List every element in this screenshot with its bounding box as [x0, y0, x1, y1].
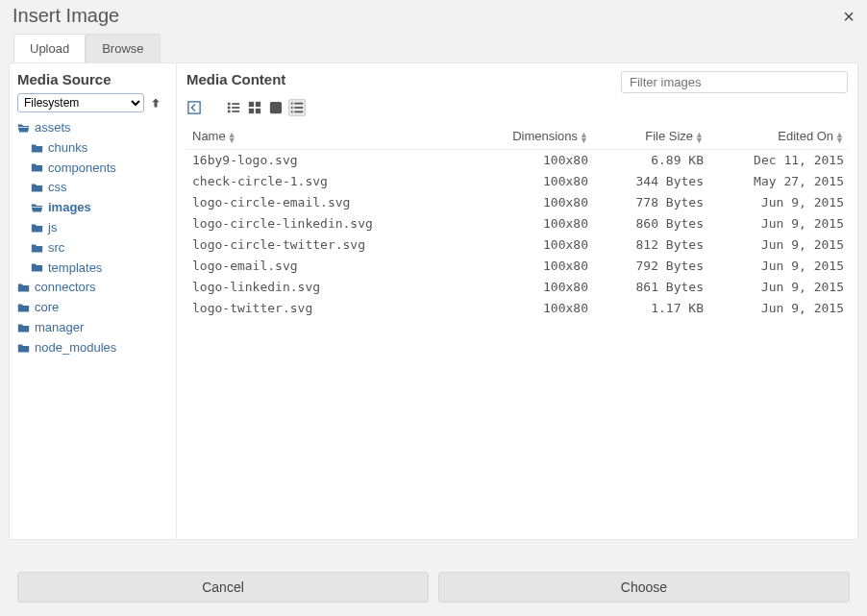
col-dim-header[interactable]: Dimensions▲▼ — [478, 126, 588, 147]
view-list-icon[interactable] — [225, 99, 242, 116]
tree-item-templates[interactable]: templates — [17, 259, 176, 279]
file-row[interactable]: logo-email.svg100x80792 BytesJun 9, 2015 — [186, 256, 848, 277]
file-row[interactable]: logo-circle-email.svg100x80778 BytesJun … — [186, 192, 848, 213]
file-dim: 100x80 — [478, 213, 588, 234]
view-grid-large-icon[interactable] — [267, 99, 285, 116]
tree-item-chunks[interactable]: chunks — [17, 138, 176, 159]
sort-icon: ▲▼ — [580, 132, 588, 143]
col-name-header[interactable]: Name▲▼ — [186, 126, 478, 147]
folder-icon — [17, 322, 30, 334]
svg-rect-10 — [256, 109, 260, 113]
tree-item-node_modules[interactable]: node_modules — [17, 338, 176, 358]
file-size: 778 Bytes — [588, 192, 704, 213]
tree-item-label: core — [35, 298, 59, 318]
folder-icon — [17, 302, 30, 314]
file-size: 860 Bytes — [588, 213, 704, 234]
svg-rect-13 — [294, 103, 303, 105]
file-row[interactable]: 16by9-logo.svg100x806.89 KBDec 11, 2015 — [186, 150, 848, 171]
svg-rect-2 — [232, 103, 239, 105]
svg-rect-6 — [232, 111, 239, 112]
tree-item-label: src — [48, 238, 64, 259]
file-row[interactable]: logo-circle-linkedin.svg100x80860 BytesJ… — [186, 213, 848, 234]
file-dim: 100x80 — [478, 171, 588, 192]
tree-item-label: chunks — [48, 138, 87, 159]
folder-icon — [31, 161, 43, 174]
collapse-tree-icon[interactable] — [186, 100, 202, 115]
level-up-icon[interactable] — [150, 97, 161, 109]
tree-item-label: templates — [48, 259, 102, 279]
source-select[interactable]: Filesystem — [17, 93, 144, 112]
svg-rect-14 — [291, 107, 293, 109]
file-row[interactable]: logo-twitter.svg100x801.17 KBJun 9, 2015 — [186, 298, 848, 319]
view-detail-icon[interactable] — [288, 99, 306, 116]
tree-item-label: node_modules — [35, 338, 116, 358]
file-size: 1.17 KB — [588, 298, 704, 319]
file-grid: Name▲▼ Dimensions▲▼ File Size▲▼ Edited O… — [186, 126, 848, 531]
folder-icon — [17, 122, 30, 135]
col-size-header[interactable]: File Size▲▼ — [588, 126, 704, 147]
file-date: May 27, 2015 — [704, 171, 848, 192]
col-date-header[interactable]: Edited On▲▼ — [704, 126, 848, 147]
svg-rect-11 — [270, 102, 282, 113]
svg-rect-3 — [228, 107, 231, 110]
insert-image-dialog: Insert Image × Upload Browse Media Sourc… — [0, 0, 867, 616]
folder-icon — [17, 342, 30, 355]
file-date: Jun 9, 2015 — [704, 256, 848, 277]
svg-rect-0 — [188, 102, 200, 113]
file-dim: 100x80 — [478, 192, 588, 213]
media-content-pane: Media Content — [177, 63, 857, 539]
media-source-pane: Media Source Filesystem assetschunkscomp… — [10, 63, 177, 539]
tree-item-label: js — [48, 218, 57, 238]
close-icon[interactable]: × — [843, 7, 855, 26]
file-row[interactable]: logo-circle-twitter.svg100x80812 BytesJu… — [186, 234, 848, 256]
tree-item-images[interactable]: images — [17, 198, 176, 218]
file-name: check-circle-1.svg — [186, 171, 478, 192]
file-name: logo-email.svg — [186, 256, 478, 277]
file-name: logo-circle-twitter.svg — [186, 234, 478, 256]
file-date: Jun 9, 2015 — [704, 192, 848, 213]
view-modes — [225, 99, 306, 116]
sort-icon: ▲▼ — [228, 132, 236, 143]
choose-button[interactable]: Choose — [438, 572, 850, 603]
filter-input[interactable] — [621, 71, 848, 93]
file-name: logo-circle-linkedin.svg — [186, 213, 478, 234]
dialog-header: Insert Image × — [0, 0, 867, 34]
file-row[interactable]: check-circle-1.svg100x80344 BytesMay 27,… — [186, 171, 848, 192]
source-row: Filesystem — [17, 93, 176, 112]
dialog-body: Media Source Filesystem assetschunkscomp… — [9, 62, 858, 540]
tree-item-src[interactable]: src — [17, 238, 176, 259]
tab-browse[interactable]: Browse — [86, 34, 160, 63]
tab-upload[interactable]: Upload — [13, 34, 86, 63]
svg-rect-9 — [249, 109, 254, 113]
tree-item-css[interactable]: css — [17, 178, 176, 198]
file-size: 861 Bytes — [588, 277, 704, 298]
media-content-title: Media Content — [186, 71, 285, 87]
tab-bar: Upload Browse — [0, 34, 867, 63]
tree-item-manager[interactable]: manager — [17, 318, 176, 338]
svg-rect-17 — [294, 111, 303, 113]
svg-rect-4 — [232, 107, 239, 109]
cancel-button[interactable]: Cancel — [17, 572, 429, 603]
tree-item-assets[interactable]: assets — [17, 118, 176, 138]
tree-item-js[interactable]: js — [17, 218, 176, 238]
file-size: 6.89 KB — [588, 150, 704, 171]
file-dim: 100x80 — [478, 298, 588, 319]
folder-tree: assetschunkscomponentscssimagesjssrctemp… — [17, 118, 176, 358]
view-grid-small-icon[interactable] — [246, 99, 263, 116]
tree-item-components[interactable]: components — [17, 159, 176, 179]
dialog-title: Insert Image — [12, 5, 119, 27]
tree-item-connectors[interactable]: connectors — [17, 278, 176, 298]
file-name: logo-circle-email.svg — [186, 192, 478, 213]
file-name: logo-twitter.svg — [186, 298, 478, 319]
file-row[interactable]: logo-linkedin.svg100x80861 BytesJun 9, 2… — [186, 277, 848, 298]
tree-item-core[interactable]: core — [17, 298, 176, 318]
folder-icon — [31, 222, 43, 234]
dialog-footer: Cancel Choose — [0, 562, 867, 616]
media-source-title: Media Source — [17, 71, 176, 87]
file-dim: 100x80 — [478, 277, 588, 298]
svg-rect-8 — [256, 102, 260, 107]
tree-item-label: images — [48, 198, 91, 218]
file-size: 812 Bytes — [588, 234, 704, 256]
folder-icon — [31, 142, 43, 155]
file-dim: 100x80 — [478, 150, 588, 171]
